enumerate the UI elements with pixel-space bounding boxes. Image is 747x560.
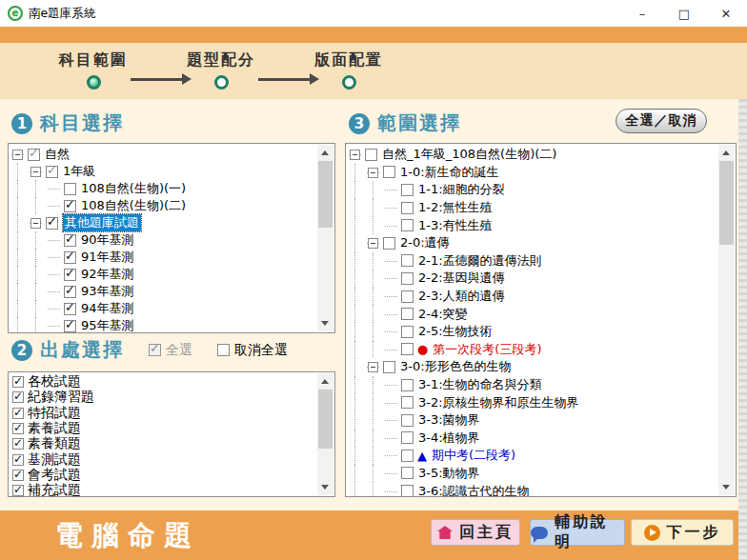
checkbox[interactable] xyxy=(12,485,24,496)
tree-node-label[interactable]: 95年基測 xyxy=(81,317,134,332)
tree-node-label[interactable]: 3-5:動物界 xyxy=(418,465,480,482)
scroll-thumb[interactable] xyxy=(719,161,734,245)
tree-node-label[interactable]: 2-4:突變 xyxy=(418,306,468,323)
checkbox[interactable] xyxy=(383,166,395,178)
collapse-expander-icon[interactable] xyxy=(366,164,381,182)
tree-node-label[interactable]: 94年基測 xyxy=(81,300,134,317)
checkbox[interactable] xyxy=(401,450,414,462)
scope-tree-scrollbar[interactable] xyxy=(718,145,735,495)
collapse-expander-icon[interactable] xyxy=(366,234,381,252)
scope-tree-row[interactable]: 1-0:新生命的誕生 xyxy=(348,164,717,182)
scroll-down-icon[interactable] xyxy=(317,479,333,495)
subject-tree-row[interactable]: 90年基測 xyxy=(10,231,316,249)
deselect-all-option[interactable]: 取消全選 xyxy=(215,342,288,359)
checkbox[interactable] xyxy=(64,183,76,195)
scroll-up-icon[interactable] xyxy=(718,145,735,161)
scope-tree-row[interactable]: 3-1:生物的命名與分類 xyxy=(348,376,717,394)
scroll-thumb[interactable] xyxy=(318,390,333,449)
scope-tree-row[interactable]: 自然_1年級_108自然(生物)(二) xyxy=(348,146,717,164)
checkbox[interactable] xyxy=(12,423,24,434)
tree-node-label[interactable]: 91年基測 xyxy=(81,249,134,266)
scope-tree-row[interactable]: 1-3:有性生殖 xyxy=(348,216,717,234)
tree-node-label[interactable]: 1-1:細胞的分裂 xyxy=(418,181,505,198)
scope-tree-row[interactable]: 3-6:認識古代的生物 xyxy=(348,482,717,496)
checkbox[interactable] xyxy=(64,234,76,247)
collapse-expander-icon[interactable] xyxy=(10,146,26,163)
scroll-down-icon[interactable] xyxy=(718,479,735,495)
select-all-checkbox[interactable] xyxy=(149,344,161,356)
tree-node-label[interactable]: 2-0:遺傳 xyxy=(400,234,450,251)
subject-tree-row[interactable]: 93年基測 xyxy=(10,283,316,300)
tree-node-label[interactable]: 1-0:新生命的誕生 xyxy=(400,164,499,181)
tree-node-label[interactable]: 3-0:形形色色的生物 xyxy=(400,358,512,375)
scope-tree-row[interactable]: 3-2:原核生物界和原生生物界 xyxy=(348,393,717,411)
scope-tree-row[interactable]: 1-2:無性生殖 xyxy=(348,199,717,217)
tree-node-label[interactable]: 2-2:基因與遺傳 xyxy=(418,270,505,287)
tree-node-label[interactable]: 3-6:認識古代的生物 xyxy=(418,483,530,496)
tree-node-label[interactable]: 3-2:原核生物界和原生生物界 xyxy=(418,394,579,411)
source-list-item[interactable]: 各校試題 xyxy=(10,374,316,390)
subject-tree-row[interactable]: 91年基測 xyxy=(10,249,316,266)
collapse-expander-icon[interactable] xyxy=(348,146,363,164)
tree-node-label[interactable]: 3-3:菌物界 xyxy=(418,411,480,429)
tree-node-label[interactable]: 108自然(生物)(一) xyxy=(81,180,186,197)
tree-node-label[interactable]: 92年基測 xyxy=(81,266,134,283)
subject-tree-row[interactable]: 其他題庫試題 xyxy=(10,214,316,231)
checkbox[interactable] xyxy=(401,431,414,444)
scroll-up-icon[interactable] xyxy=(317,373,333,390)
source-list-item[interactable]: 素養類題 xyxy=(10,436,316,451)
scope-tree-row[interactable]: 2-4:突變 xyxy=(348,305,717,323)
scope-tree-row[interactable]: 2-1:孟德爾的遺傳法則 xyxy=(348,252,717,270)
tree-node-label[interactable]: 2-3:人類的遺傳 xyxy=(418,288,505,305)
scope-tree-row[interactable]: 3-5:動物界 xyxy=(348,465,717,483)
scroll-track[interactable] xyxy=(718,161,735,479)
step-2[interactable]: 題型配分 xyxy=(187,50,255,90)
subject-tree-row[interactable]: 108自然(生物)(二) xyxy=(10,197,316,214)
subject-tree-row[interactable]: 94年基測 xyxy=(10,300,316,317)
tree-node-label[interactable]: 其他題庫試題 xyxy=(63,214,141,231)
next-step-button[interactable]: 下一步 xyxy=(631,519,734,546)
checkbox[interactable] xyxy=(12,438,24,450)
scroll-down-icon[interactable] xyxy=(317,315,333,331)
checkbox[interactable] xyxy=(383,361,395,373)
checkbox[interactable] xyxy=(46,217,58,230)
home-button[interactable]: 回主頁 xyxy=(431,519,520,546)
tree-node-label[interactable]: 108自然(生物)(二) xyxy=(81,197,186,214)
collapse-expander-icon[interactable] xyxy=(29,163,44,180)
checkbox[interactable] xyxy=(401,272,414,285)
scope-tree-row[interactable]: ●第一次段考(三段考) xyxy=(348,341,717,359)
help-button[interactable]: 輔助說明 xyxy=(530,519,625,546)
checkbox[interactable] xyxy=(64,251,76,264)
scroll-track[interactable] xyxy=(317,390,333,479)
checkbox[interactable] xyxy=(401,343,414,355)
subject-tree-row[interactable]: 95年基測 xyxy=(10,317,316,332)
source-list-scrollbar[interactable] xyxy=(317,373,333,495)
checkbox[interactable] xyxy=(64,200,76,212)
scope-tree-row[interactable]: 2-5:生物技術 xyxy=(348,323,717,341)
checkbox[interactable] xyxy=(401,379,414,391)
source-list-item[interactable]: 會考試題 xyxy=(10,468,316,483)
scope-tree-row[interactable]: 2-3:人類的遺傳 xyxy=(348,288,717,306)
step-3[interactable]: 版面配置 xyxy=(314,50,383,90)
checkbox[interactable] xyxy=(401,290,414,303)
checkbox[interactable] xyxy=(12,454,24,466)
source-list-item[interactable]: 補充試題 xyxy=(10,483,316,496)
tree-node-label[interactable]: 2-1:孟德爾的遺傳法則 xyxy=(418,252,542,270)
tree-node-label[interactable]: 第一次段考(三段考) xyxy=(433,341,541,358)
collapse-expander-icon[interactable] xyxy=(366,358,381,376)
checkbox[interactable] xyxy=(12,391,24,403)
tree-node-label[interactable]: 90年基測 xyxy=(81,231,134,249)
checkbox[interactable] xyxy=(64,286,76,298)
checkbox[interactable] xyxy=(12,408,24,419)
source-list-item[interactable]: 紀錄簿習題 xyxy=(10,390,316,405)
checkbox[interactable] xyxy=(28,149,40,161)
checkbox[interactable] xyxy=(12,376,24,388)
scope-tree-row[interactable]: 3-0:形形色色的生物 xyxy=(348,358,717,376)
checkbox[interactable] xyxy=(401,184,414,196)
checkbox[interactable] xyxy=(64,303,76,315)
select-all-option[interactable]: 全選 xyxy=(147,342,192,359)
step-1[interactable]: 科目範圍 xyxy=(59,50,128,90)
tree-node-label[interactable]: 3-4:植物界 xyxy=(418,430,480,447)
tree-node-label[interactable]: 93年基測 xyxy=(81,283,134,300)
checkbox[interactable] xyxy=(401,219,414,231)
